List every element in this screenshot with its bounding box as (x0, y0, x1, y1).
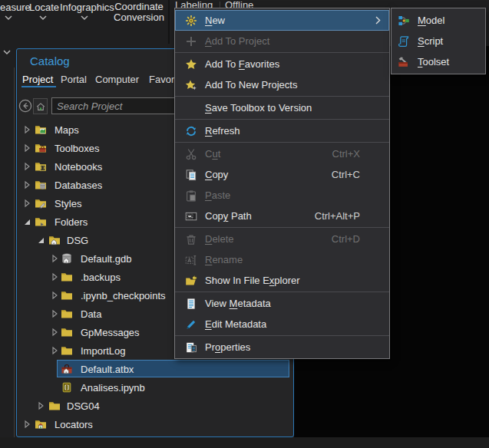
folders-icon (35, 216, 47, 228)
tree-item-locators[interactable]: Locators (17, 415, 293, 433)
menu-item-add-to-new-projects[interactable]: Add To New Projects (175, 74, 389, 95)
paste-icon (185, 189, 197, 202)
menu-separator (175, 119, 389, 120)
expander-collapsed-icon[interactable] (22, 125, 31, 134)
cut-scissors-icon (185, 148, 197, 160)
menu-item-copy-path[interactable]: Copy Path Ctrl+Alt+P (175, 206, 389, 226)
toolbox-home-icon (61, 363, 73, 375)
menu-item-show-in-file-explorer[interactable]: Show In File Explorer (175, 270, 389, 291)
expander-expanded-icon[interactable] (22, 217, 31, 226)
collapse-chevron-icon[interactable] (2, 49, 12, 56)
tree-item-label: GpMessages (81, 327, 140, 338)
menu-item-view-metadata[interactable]: View Metadata (175, 293, 389, 314)
menu-item-paste[interactable]: Paste (175, 185, 389, 206)
expander-collapsed-icon[interactable] (22, 162, 31, 171)
home-icon (35, 101, 46, 112)
menu-separator (175, 292, 389, 292)
expander-collapsed-icon[interactable] (50, 254, 59, 263)
expander-collapsed-icon[interactable] (50, 272, 59, 282)
measure-tool-button[interactable]: easure (0, 2, 31, 13)
menu-item-add-to-favorites[interactable]: Add To Favorites (175, 54, 389, 74)
rename-icon (185, 254, 197, 266)
delete-trash-icon (185, 233, 197, 245)
tab-project[interactable]: Project (22, 74, 53, 85)
ribbon-separator (168, 0, 170, 44)
chevron-down-icon[interactable] (80, 15, 89, 21)
toolboxes-folder-icon (35, 142, 47, 154)
menu-item-copy[interactable]: Copy Ctrl+C (175, 164, 389, 185)
menu-item-toolset[interactable]: Toolset (392, 51, 485, 72)
menu-item-save-toolbox-to-version[interactable]: Save Toolbox to Version (175, 97, 389, 118)
copy-icon (185, 169, 197, 181)
menu-separator (175, 335, 389, 336)
menu-separator (175, 227, 389, 228)
home-button[interactable] (33, 98, 48, 114)
menu-item-add-to-project[interactable]: Add To Project (175, 31, 389, 51)
tree-item-default-atbx[interactable]: Default.atbx (17, 360, 293, 378)
catalog-pane-title: Catalog (30, 54, 70, 68)
menu-item-script[interactable]: Script (392, 31, 485, 51)
tree-item-label: DSG04 (67, 400, 100, 412)
menu-item-delete[interactable]: Delete Ctrl+D (175, 229, 389, 249)
tree-item-label: Data (81, 308, 101, 320)
expander-collapsed-icon[interactable] (22, 143, 31, 153)
toolset-icon (398, 56, 410, 68)
expander-collapsed-icon[interactable] (50, 346, 59, 355)
new-submenu: Model Script Toolset (391, 8, 486, 74)
notebook-file-icon (61, 381, 73, 394)
shortcut-label: Ctrl+Alt+P (315, 210, 360, 222)
folder-icon (61, 344, 73, 357)
new-starburst-icon (185, 15, 197, 27)
shortcut-label: Ctrl+C (332, 169, 360, 180)
home-folder-icon (48, 234, 61, 246)
folder-icon (61, 308, 73, 320)
locate-tool-button[interactable]: Locate (29, 2, 59, 13)
expander-collapsed-icon[interactable] (22, 180, 31, 189)
properties-icon (185, 341, 197, 354)
back-arrow-icon[interactable] (18, 99, 32, 113)
notebooks-folder-icon (35, 160, 47, 173)
tree-item-label: .ipynb_checkpoints (81, 290, 166, 301)
expander-collapsed-icon[interactable] (50, 309, 59, 318)
tree-item-label: Locators (55, 419, 93, 430)
tree-item-label: Toolboxes (55, 143, 100, 154)
maps-folder-icon (35, 124, 47, 136)
expander-collapsed-icon[interactable] (50, 291, 59, 300)
submenu-arrow-icon (375, 16, 382, 25)
chevron-down-icon[interactable] (4, 15, 13, 21)
coordinate-conversion-button[interactable]: Coordinate Conversion (114, 2, 164, 23)
tree-item-label: DSG (67, 235, 88, 246)
expander-collapsed-icon[interactable] (36, 401, 45, 410)
file-explorer-icon (185, 275, 197, 287)
status-strip (0, 437, 489, 448)
databases-folder-icon (35, 179, 47, 191)
menu-item-edit-metadata[interactable]: Edit Metadata (175, 314, 389, 334)
menu-separator (175, 142, 389, 143)
menu-item-properties[interactable]: Properties (175, 337, 389, 357)
active-tab-indicator (21, 86, 56, 87)
shortcut-label: Ctrl+D (332, 233, 360, 245)
context-menu: New Add To Project Add To Favorites Add … (174, 8, 390, 359)
add-plus-icon (185, 35, 197, 48)
tree-item-label: Folders (55, 216, 88, 228)
view-metadata-icon (185, 298, 197, 310)
tab-portal[interactable]: Portal (61, 74, 87, 85)
tree-item-analises-ipynb[interactable]: Analises.ipynb (17, 378, 293, 397)
model-icon (398, 15, 410, 27)
chevron-down-icon[interactable] (38, 15, 48, 21)
menu-item-refresh[interactable]: Refresh (175, 120, 389, 141)
tab-computer[interactable]: Computer (95, 74, 139, 85)
expander-collapsed-icon[interactable] (50, 328, 59, 337)
expander-collapsed-icon[interactable] (22, 420, 31, 429)
menu-item-cut[interactable]: Cut Ctrl+X (175, 143, 389, 164)
folder-icon (61, 271, 73, 283)
infographics-tool-button[interactable]: Infographics (60, 2, 114, 13)
menu-item-rename[interactable]: Rename (175, 249, 389, 270)
menu-item-new[interactable]: New (175, 10, 389, 31)
expander-collapsed-icon[interactable] (22, 199, 31, 208)
styles-folder-icon (35, 197, 47, 209)
script-icon (398, 35, 410, 48)
menu-item-model[interactable]: Model (392, 10, 485, 31)
tree-item-dsg04[interactable]: DSG04 (17, 397, 293, 415)
expander-expanded-icon[interactable] (36, 236, 45, 245)
